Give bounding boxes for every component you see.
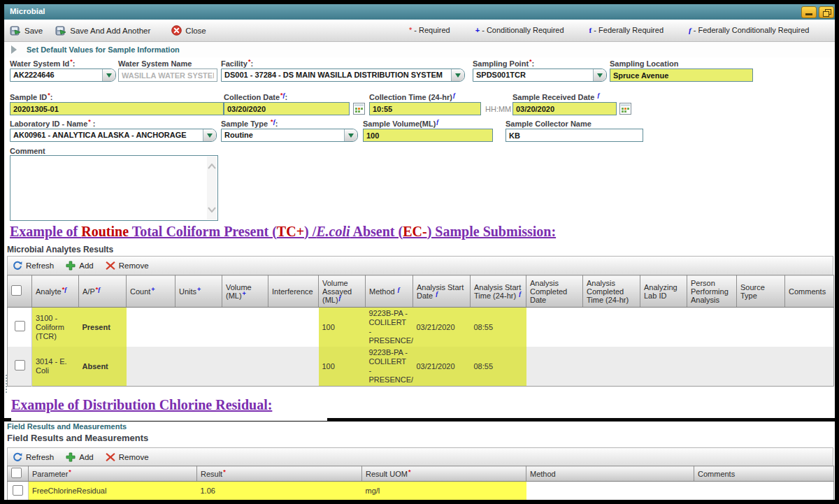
volume-assayed-cell[interactable]: 100 [319,347,366,387]
volume-cell[interactable] [222,308,268,347]
dropdown-arrow-icon[interactable] [344,129,357,141]
volume-assayed-cell[interactable]: 100 [319,308,366,347]
analytes-add-button[interactable]: Add [66,261,93,271]
sampling-point-select[interactable]: SPDS001TCR [473,69,607,82]
col-parameter: Parameter* [29,466,197,482]
field-results-add-button[interactable]: Add [66,452,93,462]
analyte-cell[interactable]: 3100 - Coliform (TCR) [32,308,79,347]
remove-icon [106,261,115,271]
scroll-up-icon[interactable] [208,164,216,169]
refresh-icon [13,452,22,462]
minimize-icon [805,13,812,15]
method-cell[interactable] [526,482,694,501]
calendar-icon [353,103,365,115]
interference-cell[interactable] [268,347,319,387]
save-and-add-another-button[interactable]: Save And Add Another [55,25,150,36]
comments-cell[interactable] [694,482,834,501]
sample-collector-input[interactable] [505,129,643,142]
dropdown-arrow-icon[interactable] [593,69,606,81]
restore-icon [823,10,830,15]
col-person-performing: Person Performing Analysis [687,275,737,308]
person-cell[interactable] [687,347,737,387]
analytes-section-title: Microbial Analytes Results [7,245,113,254]
resize-grip [6,375,7,393]
source-type-cell[interactable] [737,308,785,347]
analyzing-lab-cell[interactable] [640,308,687,347]
restore-button[interactable] [819,6,834,18]
start-date-cell[interactable]: 03/21/2020 [413,308,471,347]
method-cell[interactable]: 9223B-PA - COLILERT - PRESENCE/. [366,347,413,387]
analyte-cell[interactable]: 3014 - E. Coli [32,347,79,387]
col-interference: Interference [268,275,319,308]
analytes-remove-button[interactable]: Remove [106,261,149,271]
field-results-refresh-button[interactable]: Refresh [13,452,54,462]
calendar-icon [619,103,631,115]
add-icon [66,452,76,462]
sample-type-select[interactable]: Routine [221,129,358,142]
start-time-cell[interactable]: 08:55 [471,308,526,347]
units-cell[interactable] [175,347,222,387]
collection-time-input[interactable] [369,102,481,115]
col-comments: Comments [785,275,834,308]
select-all-checkbox[interactable] [11,285,22,296]
interference-cell[interactable] [268,308,319,347]
comments-cell[interactable] [785,308,834,347]
completed-time-cell[interactable] [583,308,640,347]
row-checkbox[interactable] [15,321,25,331]
scroll-down-icon[interactable] [208,207,216,213]
collection-date-calendar-button[interactable] [353,103,365,115]
facility-select[interactable]: DS001 - 37284 - DS MAIN WASILLA DISTRIBU… [221,69,465,82]
parameter-cell[interactable]: FreeChlorineResidual [29,482,197,501]
col-volume: Volume (ML)+ [222,275,268,308]
comment-textarea[interactable] [10,155,218,221]
laboratory-select[interactable]: AK00961 - ANALYTICA ALASKA - ANCHORAGE [10,129,217,142]
sample-id-input[interactable] [10,102,224,115]
method-cell[interactable]: 9223B-PA - COLILERT - PRESENCE/. [366,308,413,347]
col-method: Method f [366,275,413,308]
ap-cell[interactable]: Absent [79,347,127,387]
window-content: Microbial Save Save And Add Another Clos… [4,4,835,500]
completed-date-cell[interactable] [526,308,583,347]
volume-cell[interactable] [222,347,268,387]
received-date-calendar-button[interactable] [619,103,631,115]
remove-icon [106,452,115,462]
units-cell[interactable] [175,308,222,347]
dropdown-arrow-icon[interactable] [451,69,464,81]
analytes-refresh-button[interactable]: Refresh [13,261,54,271]
water-system-name-input[interactable] [118,69,217,82]
count-cell[interactable] [127,308,175,347]
analyzing-lab-cell[interactable] [640,347,687,387]
sample-collector-label: Sample Collector Name [505,120,591,128]
row-checkbox[interactable] [13,485,23,496]
source-type-cell[interactable] [737,347,785,387]
completed-date-cell[interactable] [526,347,583,387]
hhmm-hint: HH:MM [485,105,511,113]
sample-volume-label: Sample Volume(ML)f [363,120,438,128]
comments-cell[interactable] [785,347,834,387]
start-time-cell[interactable]: 08:55 [471,347,526,387]
dropdown-arrow-icon[interactable] [203,129,216,141]
water-system-id-select[interactable]: AK2224646 [10,69,116,82]
result-cell[interactable]: 1.06 [197,482,362,501]
analytes-table: Analyte*f A/P*f Count+ Units+ Volume (ML… [7,275,834,387]
start-date-cell[interactable]: 03/21/2020 [413,347,471,387]
field-results-remove-button[interactable]: Remove [106,452,149,462]
result-uom-cell[interactable]: mg/l [362,482,526,501]
count-cell[interactable] [127,347,175,387]
comment-scrollbar[interactable] [207,157,217,219]
save-button[interactable]: Save [10,25,43,36]
set-default-values-expander[interactable]: Set Default Values for Sample Informatio… [4,42,835,57]
select-all-checkbox[interactable] [11,468,22,478]
sample-received-date-input[interactable] [512,102,617,115]
minimize-button[interactable] [801,6,817,18]
completed-time-cell[interactable] [583,347,640,387]
sample-volume-input[interactable] [363,129,493,142]
dropdown-arrow-icon[interactable] [102,69,115,81]
collection-date-input[interactable] [224,102,350,115]
ap-cell[interactable]: Present [79,308,127,347]
window-title: Microbial [10,7,45,15]
person-cell[interactable] [687,308,737,347]
row-checkbox[interactable] [15,360,25,370]
close-button[interactable]: Close [171,25,206,36]
sampling-location-input[interactable] [610,69,753,82]
